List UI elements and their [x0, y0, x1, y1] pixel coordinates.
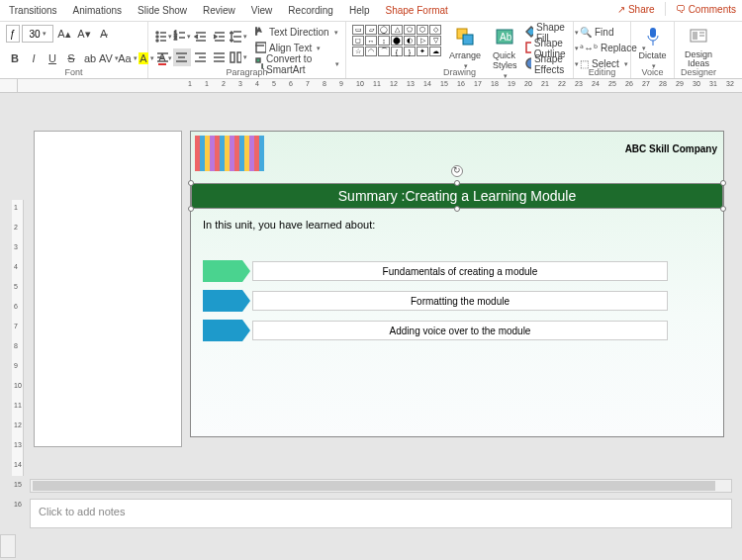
resize-handle[interactable]: [188, 180, 194, 186]
group-label-designer: Designer: [675, 67, 722, 77]
replace-button[interactable]: ᵃ↔ᵇReplace: [580, 41, 624, 55]
rotate-handle[interactable]: [451, 165, 463, 177]
arrange-icon: [455, 25, 475, 48]
resize-handle[interactable]: [720, 206, 726, 212]
search-icon: 🔍: [580, 27, 592, 38]
decrease-font-icon[interactable]: A▾: [75, 25, 93, 43]
scrollbar-thumb[interactable]: [33, 481, 715, 491]
list-item[interactable]: Adding voice over to the module: [203, 320, 668, 341]
comments-label: Comments: [689, 4, 736, 15]
decrease-indent-button[interactable]: [192, 28, 210, 46]
list-item[interactable]: Formatting the module: [203, 290, 668, 312]
slide-title-text: Summary :Creating a Learning Module: [338, 188, 576, 204]
svg-rect-44: [650, 28, 656, 38]
resize-handle[interactable]: [188, 206, 194, 212]
replace-icon: ᵃ↔ᵇ: [580, 43, 598, 53]
slide-title-shape[interactable]: Summary :Creating a Learning Module: [191, 183, 723, 209]
char-spacing-button[interactable]: AV: [100, 49, 118, 67]
group-label-paragraph: Paragraph: [148, 67, 345, 77]
comments-button[interactable]: 🗨 Comments: [676, 2, 736, 16]
font-family-combo[interactable]: ƒ: [6, 25, 20, 43]
tab-shape-format[interactable]: Shape Format: [385, 2, 449, 19]
underline-button[interactable]: U: [44, 49, 61, 67]
intro-text: In this unit, you have learned about:: [203, 219, 375, 231]
svg-point-2: [156, 36, 158, 38]
notes-pane[interactable]: Click to add notes: [30, 499, 732, 528]
strike-button[interactable]: S: [62, 49, 80, 67]
bold-button[interactable]: B: [6, 49, 24, 67]
group-designer: Design Ideas Designer: [675, 22, 722, 78]
svg-point-43: [526, 58, 531, 68]
workspace: 12345678910111213141516 ABC Skill Compan…: [0, 93, 742, 560]
tab-view[interactable]: View: [250, 2, 274, 19]
dictate-button[interactable]: Dictate: [637, 25, 668, 70]
tab-review[interactable]: Review: [202, 2, 236, 19]
find-button[interactable]: 🔍Find: [580, 25, 624, 40]
columns-button[interactable]: [230, 48, 247, 66]
tab-help[interactable]: Help: [348, 2, 371, 19]
group-label-font: Font: [0, 67, 147, 77]
font-size-combo[interactable]: 30: [22, 25, 53, 43]
notes-placeholder: Click to add notes: [39, 506, 125, 517]
list-item[interactable]: Fundamentals of creating a module: [203, 260, 668, 282]
item-label: Formatting the module: [252, 291, 668, 311]
svg-rect-32: [237, 52, 241, 62]
item-label: Fundamentals of creating a module: [252, 261, 668, 281]
company-label: ABC Skill Company: [625, 143, 717, 154]
group-voice: Dictate Voice: [631, 22, 675, 78]
chevron-icon: [203, 320, 242, 341]
shapes-gallery[interactable]: ▭▱◯△⬠⬡◇ ◻↔↕⬤◐▷▽ ☆◠⌒{}✦☁: [352, 25, 441, 56]
svg-rect-42: [526, 43, 531, 52]
ruler-row: 1123456789101112131415161718192021222324…: [0, 79, 742, 93]
ribbon-tabs: Transitions Animations Slide Show Review…: [0, 0, 742, 22]
numbering-button[interactable]: 12: [173, 28, 191, 46]
item-label: Adding voice over to the module: [252, 321, 668, 340]
quick-styles-icon: Ab: [495, 25, 514, 48]
group-label-drawing: Drawing: [346, 67, 573, 77]
shadow-button[interactable]: ab: [81, 49, 99, 67]
increase-indent-button[interactable]: [211, 28, 229, 46]
align-right-button[interactable]: [192, 48, 210, 66]
svg-text:2: 2: [174, 35, 177, 41]
slide-thumbnail-panel[interactable]: [34, 131, 182, 447]
justify-button[interactable]: [211, 48, 229, 66]
tab-transitions[interactable]: Transitions: [8, 2, 58, 19]
tab-recording[interactable]: Recording: [287, 2, 334, 19]
text-direction-button[interactable]: lᴬText Direction: [255, 25, 339, 40]
group-label-editing: Editing: [574, 67, 630, 77]
share-button[interactable]: ↗ Share: [617, 2, 655, 16]
group-drawing: ▭▱◯△⬠⬡◇ ◻↔↕⬤◐▷▽ ☆◠⌒{}✦☁ Arrange Ab Quick…: [346, 22, 574, 78]
align-left-button[interactable]: [154, 48, 172, 66]
slide-nav[interactable]: [0, 534, 16, 558]
horizontal-scrollbar[interactable]: [30, 479, 732, 493]
horizontal-ruler[interactable]: 1123456789101112131415161718192021222324…: [18, 79, 742, 92]
share-label: Share: [628, 4, 655, 15]
resize-handle[interactable]: [454, 206, 460, 212]
bullets-button[interactable]: [154, 28, 172, 46]
align-center-button[interactable]: [173, 48, 191, 66]
svg-rect-39: [463, 35, 473, 45]
svg-point-0: [156, 32, 158, 34]
group-editing: 🔍Find ᵃ↔ᵇReplace ⬚Select Editing: [574, 22, 631, 78]
svg-text:lᴬ: lᴬ: [255, 27, 261, 37]
group-paragraph: 12 lᴬText Direction Align Text Convert t…: [148, 22, 346, 78]
increase-font-icon[interactable]: A▴: [55, 25, 73, 43]
italic-button[interactable]: I: [25, 49, 43, 67]
tab-slideshow[interactable]: Slide Show: [137, 2, 188, 19]
chevron-icon: [203, 260, 242, 282]
ribbon: ƒ 30 A▴ A▾ A̶ B I U S ab AV Aa A A Font: [0, 22, 742, 79]
group-label-voice: Voice: [631, 67, 674, 77]
slide-canvas[interactable]: ABC Skill Company Summary :Creating a Le…: [190, 131, 724, 437]
design-ideas-button[interactable]: Design Ideas: [681, 25, 716, 68]
resize-handle[interactable]: [720, 180, 726, 186]
svg-rect-36: [256, 58, 260, 62]
mic-icon: [645, 25, 661, 48]
clear-format-icon[interactable]: A̶: [95, 25, 113, 43]
vertical-ruler[interactable]: 12345678910111213141516: [12, 200, 24, 476]
resize-handle[interactable]: [454, 180, 460, 186]
change-case-button[interactable]: Aa: [119, 49, 137, 67]
svg-point-4: [156, 40, 158, 42]
arrange-button[interactable]: Arrange: [445, 25, 485, 70]
tab-animations[interactable]: Animations: [72, 2, 123, 19]
line-spacing-button[interactable]: [230, 28, 247, 46]
